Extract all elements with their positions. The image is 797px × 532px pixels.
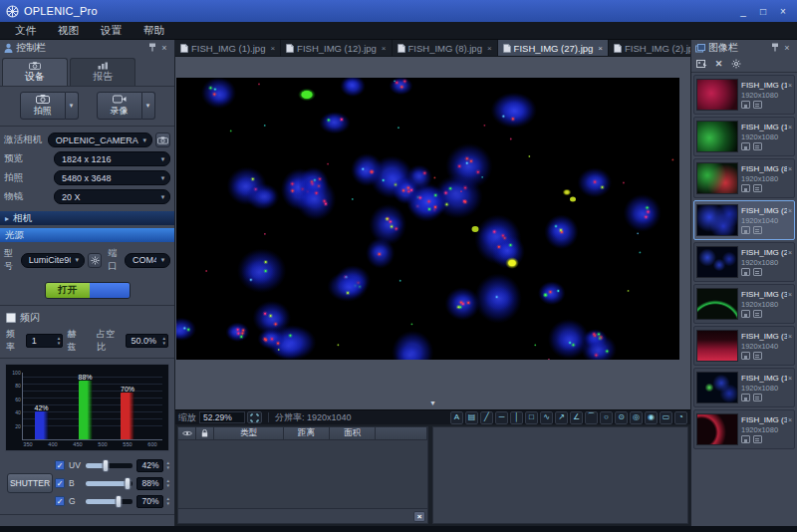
thumbnail-item-1[interactable]: FISH_IMG (1×1920x1080	[693, 75, 795, 115]
slider-thumb[interactable]	[124, 477, 131, 490]
tab-报告[interactable]: 报告	[70, 58, 135, 86]
pin-icon[interactable]	[146, 43, 158, 54]
thumbnail-close-icon[interactable]: ×	[788, 165, 792, 172]
channel-checkbox-UV[interactable]: ✓	[55, 460, 65, 470]
vertical-line-tool[interactable]: │	[510, 411, 523, 424]
snap-button[interactable]: 拍照	[20, 92, 66, 120]
export-icon[interactable]	[753, 184, 762, 192]
menu-item-4[interactable]: 帮助	[133, 22, 175, 39]
fit-to-window-button[interactable]	[247, 411, 262, 423]
thumbnail-close-icon[interactable]: ×	[788, 375, 792, 382]
document-tab-4[interactable]: FISH_IMG (27).jpg×	[498, 40, 609, 56]
thumbnail-item-7[interactable]: FISH_IMG (3×1920x1040	[693, 326, 795, 366]
spin-down-icon[interactable]: ▾	[166, 501, 169, 506]
thumbnail-close-icon[interactable]: ×	[788, 416, 792, 423]
channel-checkbox-B[interactable]: ✓	[55, 478, 65, 488]
angle-tool[interactable]: ∠	[570, 411, 583, 424]
export-icon[interactable]	[753, 268, 762, 276]
panel-close-icon[interactable]: ×	[781, 43, 793, 53]
channel-checkbox-G[interactable]: ✓	[55, 496, 65, 506]
tab-close-icon[interactable]: ×	[270, 44, 275, 53]
menu-item-3[interactable]: 设置	[90, 22, 133, 39]
spinner-icon[interactable]: ▴▾	[166, 496, 169, 506]
thumbnail-close-icon[interactable]: ×	[788, 333, 792, 340]
polyline-tool[interactable]: ∿	[540, 411, 553, 424]
tab-设备[interactable]: 设备	[2, 58, 68, 86]
record-dropdown-arrow[interactable]: ▾	[142, 92, 155, 120]
camera-select-button[interactable]	[155, 133, 170, 147]
thumbnail-close-icon[interactable]: ×	[788, 249, 792, 256]
annulus-tool[interactable]: ◎	[630, 411, 643, 424]
export-icon[interactable]	[753, 226, 762, 234]
slider-thumb[interactable]	[116, 495, 123, 508]
rounded-rect-tool[interactable]: ▭	[660, 411, 672, 424]
horizontal-line-tool[interactable]: ─	[495, 411, 508, 424]
light-settings-button[interactable]	[88, 253, 102, 268]
light-power-toggle[interactable]: 打开	[45, 282, 131, 299]
thumbnail-close-icon[interactable]: ×	[788, 291, 792, 298]
strobe-checkbox[interactable]	[6, 313, 16, 323]
save-icon[interactable]	[741, 101, 750, 109]
setting-combo-3[interactable]: 5480 x 3648▾	[54, 170, 170, 185]
thumbnail-item-3[interactable]: FISH_IMG (8×1920x1080	[693, 158, 795, 198]
rectangle-tool[interactable]: □	[525, 411, 538, 424]
save-icon[interactable]	[741, 394, 750, 401]
column-header-2[interactable]: 距离	[284, 427, 330, 440]
duty-spinbox[interactable]: 50.0% ▴▾	[126, 334, 168, 348]
delete-all-icon[interactable]: ✕	[712, 58, 725, 71]
save-icon[interactable]	[741, 184, 750, 192]
freq-spinbox[interactable]: 1 ▴▾	[26, 334, 64, 348]
snap-dropdown-arrow[interactable]: ▾	[66, 92, 79, 120]
arc-tool[interactable]: ⌒	[585, 411, 598, 424]
thumbnail-item-6[interactable]: FISH_IMG (3×1920x1080	[693, 284, 795, 324]
tab-close-icon[interactable]: ×	[382, 44, 387, 53]
channel-slider-G[interactable]	[86, 499, 133, 504]
channel-slider-B[interactable]	[86, 481, 133, 486]
panel-collapse-arrow[interactable]: ▼	[429, 399, 436, 406]
minimize-button[interactable]: _	[735, 5, 751, 18]
save-icon[interactable]	[741, 435, 750, 443]
panel-close-icon[interactable]: ×	[158, 43, 170, 53]
save-icon[interactable]	[741, 268, 750, 276]
filled-circle-tool[interactable]: ◉	[645, 411, 658, 424]
column-header-1[interactable]: 类型	[214, 427, 284, 440]
spinner-icon[interactable]: ▴▾	[166, 478, 169, 488]
tab-close-icon[interactable]: ×	[487, 44, 492, 53]
sector-tool[interactable]: ◔	[674, 411, 687, 424]
thumbnail-item-4[interactable]: FISH_IMG (2×1920x1040	[693, 200, 795, 240]
text-tool[interactable]: A	[450, 411, 463, 424]
document-tab-1[interactable]: FISH_IMG (1).jpg×	[175, 40, 281, 56]
gear-icon[interactable]	[729, 58, 742, 71]
column-header-3[interactable]: 面积	[330, 427, 376, 440]
light-section-header[interactable]: 光源	[0, 228, 174, 242]
zoom-input[interactable]	[199, 411, 245, 423]
fluorescence-image[interactable]	[176, 78, 679, 360]
channel-value-G[interactable]: 70%	[136, 495, 163, 508]
thumbnail-item-5[interactable]: FISH_IMG (2×1920x1080	[693, 242, 795, 282]
spinner-icon[interactable]: ▴▾	[58, 336, 61, 346]
measurement-close-button[interactable]: ×	[413, 511, 425, 522]
setting-combo-1[interactable]: OPLENIC_CAMERA▾	[48, 133, 152, 147]
save-icon[interactable]	[741, 226, 750, 234]
import-image-icon[interactable]	[695, 58, 708, 71]
close-button[interactable]: ×	[775, 5, 791, 18]
thumbnail-close-icon[interactable]: ×	[788, 82, 792, 89]
export-icon[interactable]	[753, 101, 762, 109]
model-combo[interactable]: LumiCite9000 ▾	[21, 253, 85, 268]
thumbnail-close-icon[interactable]: ×	[788, 124, 792, 131]
tab-close-icon[interactable]: ×	[598, 44, 603, 53]
thumbnail-close-icon[interactable]: ×	[788, 207, 792, 214]
channel-value-B[interactable]: 88%	[136, 477, 163, 490]
save-icon[interactable]	[741, 310, 750, 318]
export-icon[interactable]	[753, 435, 762, 443]
channel-slider-UV[interactable]	[86, 463, 133, 468]
menu-item-1[interactable]: 文件	[4, 22, 47, 39]
shutter-button[interactable]: SHUTTER	[7, 473, 53, 493]
export-icon[interactable]	[753, 394, 762, 401]
save-icon[interactable]	[741, 352, 750, 360]
arrow-tool[interactable]: ↗	[555, 411, 568, 424]
spin-down-icon[interactable]: ▾	[166, 465, 169, 470]
export-icon[interactable]	[753, 352, 762, 360]
save-icon[interactable]	[741, 142, 750, 150]
spin-down-icon[interactable]: ▾	[166, 483, 169, 488]
